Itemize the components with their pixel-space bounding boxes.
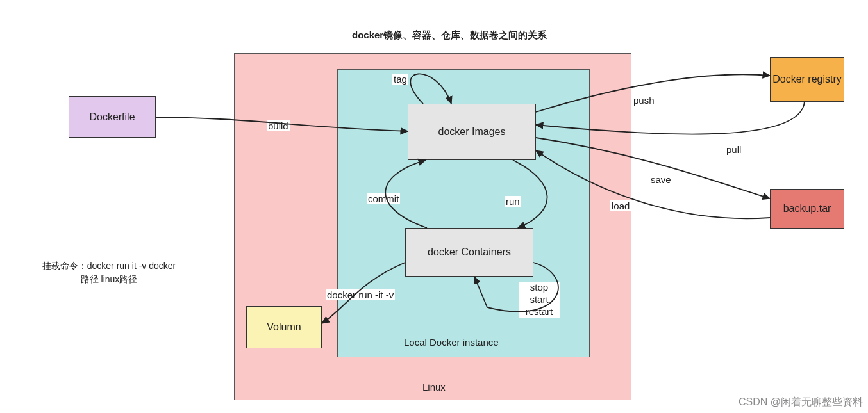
backup-box: backup.tar (770, 189, 844, 229)
stop-start-restart-label: stopstartrestart (519, 282, 560, 318)
load-label: load (610, 200, 631, 211)
run-label: run (505, 196, 521, 207)
containers-box: docker Containers (405, 228, 533, 277)
mount-note: 挂载命令：docker run it -v docker路径 linux路径 (19, 259, 199, 286)
registry-box: Docker registry (770, 57, 844, 102)
images-box: docker Images (408, 104, 536, 160)
local-instance-label: Local Docker instance (403, 337, 500, 348)
save-label: save (649, 174, 672, 185)
volumn-box: Volumn (246, 306, 322, 348)
docker-run-v-label: docker run -it -v (326, 289, 395, 300)
pull-label: pull (725, 144, 742, 155)
diagram-title: docker镜像、容器、仓库、数据卷之间的关系 (352, 29, 547, 42)
watermark: CSDN @闲着无聊整些资料 (739, 396, 863, 409)
tag-label: tag (392, 74, 408, 85)
registry-text: Docker registry (772, 73, 842, 86)
push-label: push (632, 95, 656, 106)
commit-label: commit (367, 193, 400, 204)
dockerfile-box: Dockerfile (69, 96, 156, 138)
build-label: build (267, 120, 290, 131)
linux-label: Linux (421, 382, 447, 393)
